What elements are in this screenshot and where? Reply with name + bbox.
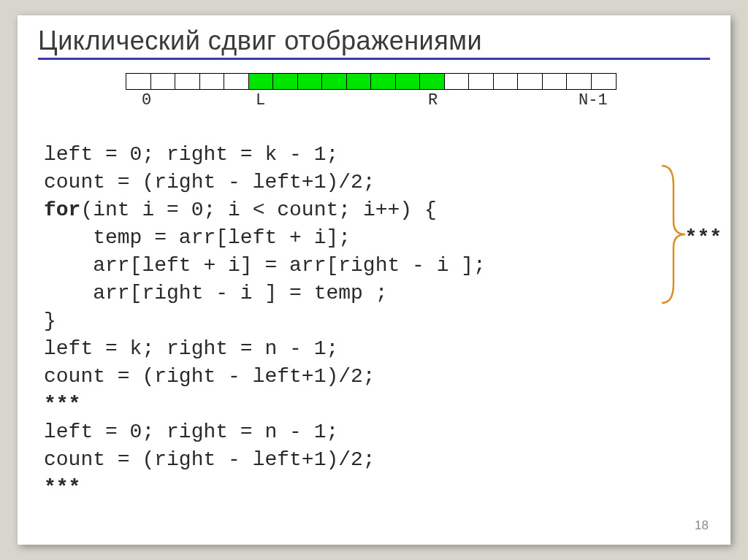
code-line: left = 0; right = n - 1; [44,421,338,443]
side-stars: *** [685,224,722,252]
code-block: left = 0; right = k - 1; count = (right … [18,110,730,560]
array-cell [395,73,421,90]
array-cell [493,73,519,90]
code-line: left = k; right = n - 1; [44,337,338,360]
array-cell [126,73,151,90]
code-line: count = (right - left+1)/2; [44,365,375,388]
slide-title: Циклический сдвиг отображениями [38,26,710,56]
code-line: } [44,310,56,332]
array-cell [272,73,298,90]
title-block: Циклический сдвиг отображениями [18,15,730,64]
code-stars: *** [44,476,80,499]
array-cell [468,73,494,90]
array-diagram [126,73,730,90]
array-cell [297,73,323,90]
array-cell [370,73,396,90]
label-N1: N-1 [579,91,608,110]
code-line: count = (right - left+1)/2; [44,448,375,471]
array-cell [591,73,617,90]
array-cell [566,73,592,90]
array-cell [199,73,225,90]
code-keyword-for: for [44,199,80,221]
code-line: (int i = 0; i < count; i++) { [80,199,436,221]
label-R: R [428,91,438,110]
array-cell [175,73,200,90]
label-L: L [256,91,265,110]
array-cell [444,73,470,90]
array-cell [346,73,372,90]
array-cell [150,73,176,90]
code-line: temp = arr[left + i]; [44,226,351,249]
array-cell [419,73,445,90]
title-underline [38,58,710,60]
code-stars: *** [44,393,80,415]
page-number: 18 [695,518,709,533]
array-cell [321,73,347,90]
code-line: arr[left + i] = arr[right - i ]; [44,254,486,277]
array-cell [542,73,568,90]
code-line: left = 0; right = k - 1; [44,143,338,166]
slide: Циклический сдвиг отображениями 0 L R N-… [18,15,730,545]
label-zero: 0 [142,91,151,110]
code-line: count = (right - left+1)/2; [44,171,375,193]
array-cell [248,73,274,90]
code-line: arr[right - i ] = temp ; [44,282,387,304]
array-labels: 0 L R N-1 [126,91,730,110]
array-cell [517,73,543,90]
array-cell [224,73,249,90]
